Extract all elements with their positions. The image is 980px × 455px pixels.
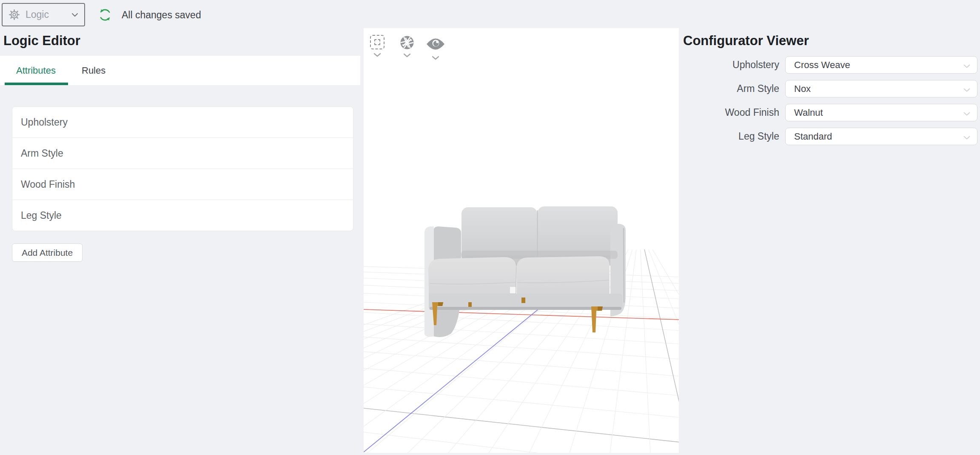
attribute-row-upholstery[interactable]: Upholstery [12, 107, 353, 138]
chevron-down-icon [963, 83, 970, 94]
marquee-select-icon [370, 35, 385, 49]
field-label-wood-finish: Wood Finish [664, 104, 779, 121]
chevron-down-icon [71, 13, 78, 17]
chevron-down-icon [403, 52, 411, 59]
viewport-toolbar [364, 28, 466, 62]
field-label-leg-style: Leg Style [664, 128, 779, 145]
upholstery-select[interactable]: Cross Weave [785, 56, 977, 74]
configurator-viewer-title: Configurator Viewer [683, 33, 809, 49]
mode-selector-dropdown[interactable]: Logic [2, 3, 85, 26]
marquee-select-tool[interactable] [370, 35, 385, 59]
chevron-down-icon [373, 51, 381, 59]
chevron-down-icon [432, 54, 439, 62]
camera-aperture-tool[interactable] [400, 35, 414, 59]
wood-finish-select-value: Walnut [794, 107, 823, 118]
sync-icon [97, 7, 113, 25]
visibility-tool[interactable] [426, 38, 445, 62]
attribute-list: Upholstery Arm Style Wood Finish Leg Sty… [12, 106, 353, 231]
x-axis-line [364, 309, 679, 320]
chevron-down-icon [963, 60, 970, 71]
add-attribute-button[interactable]: Add Attribute [12, 243, 83, 262]
attribute-row-leg-style[interactable]: Leg Style [12, 200, 353, 231]
leg-style-select-value: Standard [794, 131, 832, 142]
mode-selector-label: Logic [26, 9, 66, 20]
aperture-icon [400, 35, 414, 50]
arm-style-select-value: Nox [794, 83, 811, 94]
app-window: Logic All changes saved Logic Editor Att… [0, 0, 980, 455]
viewport-3d[interactable] [364, 28, 679, 453]
arm-style-select[interactable]: Nox [785, 80, 977, 97]
tab-attributes[interactable]: Attributes [16, 56, 56, 85]
attribute-row-arm-style[interactable]: Arm Style [12, 138, 353, 169]
eye-icon [426, 38, 445, 50]
tab-rules[interactable]: Rules [82, 56, 105, 85]
gear-icon [9, 9, 20, 20]
upholstery-select-value: Cross Weave [794, 60, 850, 71]
attribute-row-wood-finish[interactable]: Wood Finish [12, 169, 353, 200]
scene-canvas [364, 28, 679, 453]
save-status-text: All changes saved [122, 9, 201, 21]
field-label-upholstery: Upholstery [664, 56, 779, 74]
active-tab-indicator [5, 83, 68, 85]
tab-bar: Attributes Rules [0, 56, 360, 85]
field-label-arm-style: Arm Style [664, 80, 779, 97]
leg-style-select[interactable]: Standard [785, 128, 977, 145]
wood-finish-select[interactable]: Walnut [785, 104, 977, 121]
chevron-down-icon [963, 107, 970, 118]
logic-editor-title: Logic Editor [3, 33, 80, 49]
chevron-down-icon [963, 131, 970, 142]
sofa-model [424, 206, 626, 337]
